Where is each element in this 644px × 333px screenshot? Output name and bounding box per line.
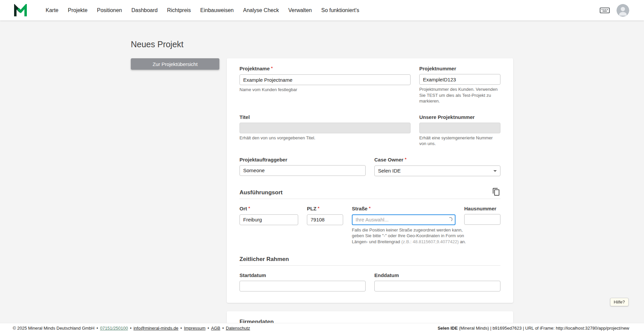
strasse-field: Straße* [352,206,455,225]
zeitlicher-rahmen-section-title: Zeitlicher Rahmen [239,256,289,263]
ausfuehrungsort-section-title: Ausführungsort [239,189,282,196]
startdatum-label: Startdatum [239,272,266,278]
strasse-helper-suffix: an. [459,239,466,244]
footer-left: © 2025 Mineral Minds Deutschland GmbH • … [13,326,250,331]
projektauftraggeber-input[interactable] [239,165,366,176]
ausfuehrungsort-section-header: Ausführungsort [239,188,500,199]
startdatum-input[interactable] [239,281,366,291]
nav-item-einbauweisen[interactable]: Einbauweisen [200,7,234,13]
strasse-helper: Falls die Position keiner Straße zugeord… [352,227,473,245]
case-owner-field: Case Owner* Selen IDE [374,157,500,176]
enddatum-field: Enddatum [374,272,500,291]
zeitlicher-rahmen-section-header: Zeitlicher Rahmen [239,256,500,266]
hausnummer-label: Hausnummer [464,206,496,211]
projektname-field: Projektname* Name vom Kunden festlegbar [239,66,411,104]
keyboard-icon[interactable] [600,6,610,14]
required-marker: * [405,157,407,162]
ort-label: Ort [239,206,247,211]
nav-item-analyse-check[interactable]: Analyse Check [243,7,279,13]
datenschutz-link[interactable]: Datenschutz [226,326,250,331]
nav-item-dashboard[interactable]: Dashboard [131,7,158,13]
top-navbar: Karte Projekte Positionen Dashboard Rich… [0,0,644,20]
separator-dot: • [130,326,131,331]
enddatum-label: Enddatum [374,272,399,278]
projektname-label: Projektname [239,66,270,71]
titel-field: Titel Erhält den von uns vorgegebenen Ti… [239,114,411,147]
required-marker: * [271,66,273,71]
nav-item-verwalten[interactable]: Verwalten [288,7,312,13]
nav-item-projekte[interactable]: Projekte [68,7,88,13]
new-project-form-card: Projektname* Name vom Kunden festlegbar … [227,58,513,303]
projektnummer-field: Projektnummer Projektnummer des Kunden. … [419,66,500,104]
firmendaten-section-header: Firmendaten [239,319,500,323]
back-to-project-overview-button[interactable]: Zur Projektübersicht [131,58,219,70]
user-avatar[interactable] [616,4,629,17]
copyright-text: © 2025 Mineral Minds Deutschland GmbH [13,326,95,331]
help-button[interactable]: Hilfe? [610,298,629,306]
separator-dot: • [180,326,182,331]
projektname-helper: Name vom Kunden festlegbar [239,87,411,93]
hausnummer-input[interactable] [464,214,500,225]
plz-input[interactable] [307,214,343,225]
ort-input[interactable] [239,214,298,225]
logo-m-icon [13,4,28,17]
page-title: Neues Projekt [131,40,513,49]
nav-item-karte[interactable]: Karte [46,7,58,13]
firmendaten-section-title: Firmendaten [239,319,274,323]
separator-dot: • [208,326,209,331]
plz-field: PLZ* [307,206,343,225]
titel-input [239,123,411,133]
projektnummer-input[interactable] [419,74,500,85]
person-icon [616,4,629,17]
unsere-projektnummer-field: Unsere Projektnummer Erhält eine systemg… [419,114,500,147]
agb-link[interactable]: AGB [211,326,220,331]
unsere-projektnummer-helper: Erhält eine systemgenerierte Nummer von … [419,135,500,147]
titel-helper: Erhält den von uns vorgegebenen Titel. [239,135,411,141]
separator-dot: • [222,326,224,331]
strasse-helper-example: (z.B.: 48.8115607,9.4077422) [401,239,459,244]
header-right-icons [600,4,629,17]
firmendaten-card: Firmendaten [227,311,513,323]
ort-field: Ort* [239,206,298,225]
left-column: Zur Projektübersicht [131,58,227,70]
strasse-label: Straße [352,206,368,211]
plz-label: PLZ [307,206,316,211]
copy-address-button[interactable] [492,188,500,196]
nav-item-positionen[interactable]: Positionen [97,7,122,13]
projektauftraggeber-field: Projektauftraggeber [239,157,366,176]
main-content: Neues Projekt Zur Projektübersicht Proje… [0,20,644,323]
case-owner-label: Case Owner [374,157,404,162]
projektauftraggeber-label: Projektauftraggeber [239,157,287,162]
startdatum-field: Startdatum [239,272,366,291]
copy-icon [492,188,500,196]
session-user: Selen IDE [438,326,458,331]
nav-item-richtpreis[interactable]: Richtpreis [167,7,191,13]
required-marker: * [369,206,371,211]
projektnummer-label: Projektnummer [419,66,456,71]
strasse-input[interactable] [352,214,455,225]
titel-label: Titel [239,114,250,120]
mineral-minds-logo[interactable] [13,4,28,17]
email-link[interactable]: info@mineral-minds.de [133,326,178,331]
hausnummer-field: Hausnummer [464,206,500,225]
required-marker: * [249,206,250,211]
footer: © 2025 Mineral Minds Deutschland GmbH • … [0,323,644,333]
case-owner-selected-value: Selen IDE [378,168,401,174]
session-details: (Mineral Minds) | b91695ed7623 | URL of … [458,326,629,331]
required-marker: * [318,206,319,211]
enddatum-input[interactable] [374,281,500,291]
projektname-input[interactable] [239,74,411,85]
projektnummer-helper: Projektnummer des Kunden. Verwenden Sie … [419,86,500,104]
unsere-projektnummer-input [419,123,500,133]
case-owner-select[interactable]: Selen IDE [374,165,500,176]
impressum-link[interactable]: Impressum [184,326,205,331]
phone-link[interactable]: 07151/250100 [100,326,128,331]
chevron-down-icon [493,170,497,172]
separator-dot: • [97,326,98,331]
main-nav: Karte Projekte Positionen Dashboard Rich… [46,7,359,13]
nav-item-so-funktionierts[interactable]: So funktioniert's [321,7,359,13]
session-info: Selen IDE (Mineral Minds) | b91695ed7623… [438,326,629,331]
unsere-projektnummer-label: Unsere Projektnummer [419,114,475,120]
